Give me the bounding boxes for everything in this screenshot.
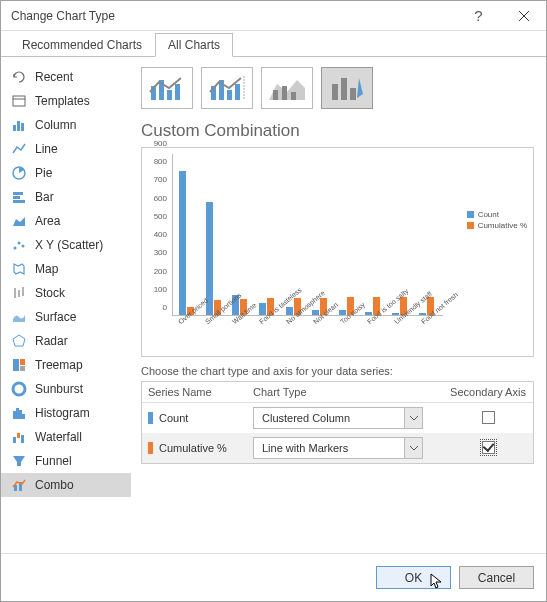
close-button[interactable] [501,1,546,31]
chevron-down-icon [404,438,422,458]
titlebar: Change Chart Type ? [1,1,546,31]
svg-rect-20 [20,359,25,365]
series-table-header: Series Name Chart Type Secondary Axis [142,382,533,403]
svg-rect-24 [16,408,19,419]
subtype-clustered-column-line[interactable] [141,67,193,109]
sidebar-item-pie[interactable]: Pie [1,161,131,185]
combo-icon [11,477,27,493]
svg-rect-46 [332,84,338,100]
column-icon [11,117,27,133]
sidebar-item-label: Map [35,262,58,276]
svg-rect-48 [350,88,356,100]
sidebar-item-recent[interactable]: Recent [1,65,131,89]
sidebar-item-line[interactable]: Line [1,137,131,161]
svg-point-13 [18,242,21,245]
tabs-row: Recommended Charts All Charts [1,31,546,57]
sidebar-item-map[interactable]: Map [1,257,131,281]
waterfall-icon [11,429,27,445]
sidebar-item-label: Funnel [35,454,72,468]
sidebar-item-templates[interactable]: Templates [1,89,131,113]
sidebar-item-surface[interactable]: Surface [1,305,131,329]
sidebar-item-column[interactable]: Column [1,113,131,137]
sidebar-item-treemap[interactable]: Treemap [1,353,131,377]
svg-rect-9 [13,196,20,199]
scatter-icon [11,237,27,253]
sidebar-item-stock[interactable]: Stock [1,281,131,305]
line-icon [11,141,27,157]
tab-all-charts[interactable]: All Charts [155,33,233,57]
chart-type-select[interactable]: Line with Markers [253,437,423,459]
sidebar-item-radar[interactable]: Radar [1,329,131,353]
svg-rect-25 [19,410,22,419]
window-title: Change Chart Type [11,9,115,23]
sidebar-item-label: Histogram [35,406,90,420]
sidebar-item-label: Radar [35,334,68,348]
chart-type-value: Line with Markers [262,442,348,454]
sidebar-item-label: Stock [35,286,65,300]
sidebar-item-label: Surface [35,310,76,324]
sidebar-item-xy-scatter[interactable]: X Y (Scatter) [1,233,131,257]
sidebar-item-label: Area [35,214,60,228]
area-icon [11,213,27,229]
sunburst-icon [11,381,27,397]
y-axis: 0100200300400500600700800900 [142,154,170,316]
sidebar-item-waterfall[interactable]: Waterfall [1,425,131,449]
histogram-icon [11,405,27,421]
sidebar-item-label: X Y (Scatter) [35,238,103,252]
svg-point-22 [13,383,25,395]
change-chart-type-dialog: Change Chart Type ? Recommended Charts A… [0,0,547,602]
sidebar-item-label: Pie [35,166,52,180]
svg-rect-44 [282,86,287,100]
svg-rect-4 [13,125,16,131]
sidebar-item-label: Waterfall [35,430,82,444]
series-name: Cumulative % [159,442,227,454]
svg-rect-2 [13,96,25,106]
sidebar-item-combo[interactable]: Combo [1,473,131,497]
ok-button[interactable]: OK [376,566,451,589]
radar-icon [11,333,27,349]
chevron-down-icon [404,408,422,428]
cursor-icon [430,573,444,594]
sidebar-item-label: Recent [35,70,73,84]
secondary-axis-checkbox[interactable] [482,441,495,454]
svg-rect-8 [13,192,23,195]
sidebar-item-label: Combo [35,478,74,492]
chart-category-sidebar: Recent Templates Column Line Pie Bar [1,57,131,553]
svg-rect-43 [273,90,278,100]
header-series-name: Series Name [142,382,247,402]
secondary-axis-checkbox[interactable] [482,411,495,424]
sidebar-item-sunburst[interactable]: Sunburst [1,377,131,401]
header-secondary-axis: Secondary Axis [443,382,533,402]
svg-point-12 [14,247,17,250]
subtype-clustered-column-line-secondary[interactable] [201,67,253,109]
legend-label: Cumulative % [478,221,527,230]
chart-type-select[interactable]: Clustered Column [253,407,423,429]
series-color-marker [148,412,153,424]
legend-label: Count [478,210,499,219]
svg-rect-28 [17,433,20,438]
subtype-stacked-area-column[interactable] [261,67,313,109]
header-chart-type: Chart Type [247,382,443,402]
sidebar-item-area[interactable]: Area [1,209,131,233]
stock-icon [11,285,27,301]
x-axis-labels: Over pricedSmall portionsWait timeFood i… [172,316,443,356]
help-button[interactable]: ? [456,1,501,31]
chart-legend: Count Cumulative % [467,208,527,232]
sidebar-item-label: Sunburst [35,382,83,396]
subtype-custom-combination[interactable] [321,67,373,109]
sidebar-item-bar[interactable]: Bar [1,185,131,209]
series-color-marker [148,442,153,454]
cancel-button[interactable]: Cancel [459,566,534,589]
series-row: Cumulative % Line with Markers [142,433,533,463]
svg-rect-26 [22,414,25,419]
series-row: Count Clustered Column [142,403,533,433]
sidebar-item-funnel[interactable]: Funnel [1,449,131,473]
svg-rect-21 [20,366,25,371]
sidebar-item-histogram[interactable]: Histogram [1,401,131,425]
chart-preview[interactable]: 0100200300400500600700800900 Over priced… [141,147,534,357]
svg-rect-27 [13,437,16,443]
svg-marker-18 [13,335,25,346]
map-icon [11,261,27,277]
series-name: Count [159,412,188,424]
tab-recommended-charts[interactable]: Recommended Charts [9,33,155,57]
